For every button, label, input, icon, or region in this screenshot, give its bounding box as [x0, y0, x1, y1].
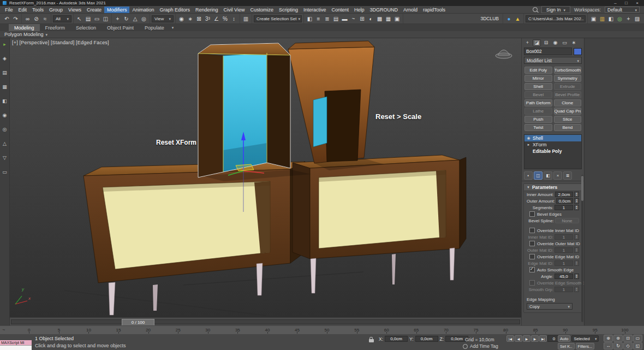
create-tab-icon[interactable]: +	[523, 39, 532, 46]
menu-item[interactable]: Rendering	[193, 7, 221, 13]
modifier-button[interactable]: Push	[524, 116, 552, 123]
modifier-button[interactable]: Edit Poly	[524, 67, 552, 74]
override-edge-smooth-checkbox[interactable]	[529, 280, 535, 286]
menu-item[interactable]: Arnold	[401, 7, 420, 13]
schematic-view-icon[interactable]: ⊞	[358, 15, 366, 23]
menu-item[interactable]: Modifiers	[104, 7, 130, 13]
outer-amount-spinner[interactable]	[574, 198, 579, 204]
helpers-icon[interactable]: △	[1, 140, 8, 147]
search-icon[interactable]	[533, 7, 538, 12]
modifier-button[interactable]: Clone	[554, 99, 582, 106]
selection-region-icon[interactable]: ▭	[93, 15, 101, 23]
angle-field[interactable]: 45,0	[554, 274, 573, 279]
cabinet-right[interactable]	[293, 155, 466, 293]
utilities-icon[interactable]: +	[624, 15, 633, 23]
modifier-button[interactable]: Twist	[524, 124, 552, 131]
override-edge-mat-checkbox[interactable]	[529, 254, 535, 259]
orbit-button[interactable]: ↻	[613, 342, 623, 349]
box-selected[interactable]	[198, 43, 290, 177]
time-slider-track[interactable]	[11, 319, 520, 324]
edge-mat-id-field[interactable]: 1	[554, 260, 573, 266]
polygon-modeling-tab[interactable]: Polygon Modeling	[4, 32, 44, 37]
utilities-tab-icon[interactable]: ∗	[570, 39, 578, 46]
maxscript-input[interactable]	[0, 345, 32, 350]
go-to-start-button[interactable]: |◀	[506, 335, 514, 342]
remove-modifier-icon[interactable]: ×	[553, 171, 562, 180]
menu-item[interactable]: Views	[65, 7, 84, 13]
keyboard-override-icon[interactable]: ⊠	[195, 15, 203, 23]
ribbon-tab[interactable]: Selection	[70, 24, 102, 31]
select-and-link-icon[interactable]: ∞	[23, 15, 32, 23]
unlink-selection-icon[interactable]: ⊘	[32, 15, 40, 23]
modifier-button[interactable]: Quad Cap Pro	[554, 108, 582, 115]
redo-icon[interactable]: ↷	[11, 15, 20, 23]
use-pivot-center-icon[interactable]: ◉	[177, 15, 186, 23]
modifier-stack-item[interactable]: Editable Poly	[524, 148, 581, 155]
render-setup-icon[interactable]: ▩	[375, 15, 384, 23]
configure-modifier-sets-icon[interactable]: ≣	[563, 171, 572, 180]
x-coordinate-field[interactable]: 0,0cm	[385, 336, 408, 342]
isolate-selection-icon[interactable]: ◎	[616, 15, 624, 23]
segments-spinner[interactable]	[574, 205, 579, 210]
modifier-list-dropdown[interactable]: Modifier List	[524, 57, 582, 64]
selection-tools-icon[interactable]: ◈	[1, 55, 8, 62]
menu-item[interactable]: Civil View	[221, 7, 248, 13]
select-object-icon[interactable]: ↖	[75, 15, 84, 23]
ribbon-tab[interactable]: Freeform	[40, 24, 71, 31]
navigation-hat-icon[interactable]	[496, 50, 512, 59]
modifier-button[interactable]: TurboSmooth	[554, 67, 582, 74]
next-frame-button[interactable]: ▶	[531, 335, 539, 342]
modifier-stack-item[interactable]: ▸ XForm	[524, 141, 581, 148]
auto-smooth-edge-checkbox[interactable]	[529, 267, 535, 272]
coordinate-system-dropdown[interactable]: View	[152, 15, 174, 22]
menu-item[interactable]: Create	[84, 7, 104, 13]
object-color-swatch[interactable]	[574, 48, 582, 55]
modifier-stack-item[interactable]: ◉ Shell	[524, 135, 581, 141]
zoom-extents-button[interactable]: ⊡	[623, 335, 633, 342]
ribbon-toggle-icon[interactable]: ▬	[341, 15, 349, 23]
percent-snap-icon[interactable]: %	[221, 15, 229, 23]
selection-lock-icon[interactable]	[369, 339, 374, 342]
maxscript-mini-listener[interactable]: MAXScript Mi	[0, 340, 32, 345]
hierarchy-tab-icon[interactable]: ⊟	[542, 39, 550, 46]
ribbon-tab[interactable]: Object Paint	[102, 24, 139, 31]
ribbon-tab[interactable]: Populate	[139, 24, 170, 31]
motion-tab-icon[interactable]: ◉	[551, 39, 559, 46]
snaps-toggle-icon[interactable]: 3³	[204, 15, 212, 23]
workspace-dropdown[interactable]: Default	[605, 7, 640, 13]
modifier-button[interactable]: Bevel Profile	[554, 91, 582, 98]
menu-item[interactable]: Scripting	[276, 7, 301, 13]
edge-mat-id-spinner[interactable]	[574, 260, 579, 266]
viewport-layout-tabs-icon[interactable]: ▸	[1, 40, 8, 48]
add-time-tag[interactable]: Add Time Tag	[463, 343, 498, 349]
scene-explorer-icon[interactable]: ▤	[1, 69, 8, 76]
auto-key-button[interactable]: Auto	[558, 335, 570, 342]
modify-tab-icon[interactable]: ◪	[533, 39, 541, 46]
maximize-button[interactable]: □	[622, 1, 630, 5]
bind-to-space-warp-icon[interactable]: ≈	[41, 15, 49, 23]
grids-icon[interactable]: ▭	[1, 168, 8, 175]
display-toggle-icon[interactable]: ◧	[1, 97, 8, 104]
zoom-button[interactable]: ⊕	[604, 335, 613, 342]
angle-snap-icon[interactable]: ∠	[212, 15, 220, 23]
select-by-name-icon[interactable]: ▤	[84, 15, 92, 23]
menu-item[interactable]: Help	[351, 7, 367, 13]
menu-item[interactable]: rapidTools	[420, 7, 448, 13]
show-end-result-icon[interactable]: ◫	[534, 171, 542, 180]
panel-scrollbar[interactable]	[581, 175, 583, 322]
warning-icon[interactable]: ▲	[514, 15, 522, 23]
make-unique-icon[interactable]: ◧	[544, 171, 552, 180]
inner-mat-id-field[interactable]: 1	[554, 234, 573, 240]
pin-stack-icon[interactable]: ▪	[524, 171, 533, 180]
fov-button[interactable]: ◇	[623, 342, 633, 349]
modifier-button[interactable]: Symmetry	[554, 75, 582, 82]
menu-item[interactable]: Content	[329, 7, 351, 13]
menu-item[interactable]: 3DGROUND	[367, 7, 401, 13]
go-to-end-button[interactable]: ▶|	[539, 335, 547, 342]
cabinet-left[interactable]	[84, 162, 305, 315]
modifier-button[interactable]: Path Deform	[524, 99, 552, 106]
angle-spinner[interactable]	[574, 274, 579, 279]
y-coordinate-field[interactable]: 0,0cm	[415, 336, 438, 342]
menu-item[interactable]: Group	[46, 7, 65, 13]
named-selection-set-field[interactable]: Create Selection Set	[254, 15, 302, 22]
